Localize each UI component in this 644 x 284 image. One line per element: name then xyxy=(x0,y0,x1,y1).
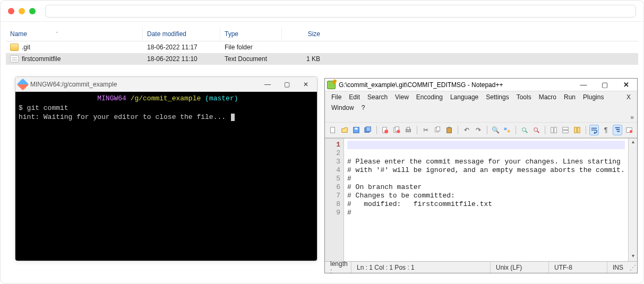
svg-line-21 xyxy=(537,131,539,133)
resize-grip-icon[interactable]: ⋰ xyxy=(629,264,637,271)
toolbar-overflow-icon[interactable]: » xyxy=(630,114,634,121)
terminal-title: MINGW64:/g/commit_example xyxy=(30,81,256,88)
status-length: length : xyxy=(325,262,351,273)
sync-h-icon[interactable] xyxy=(561,125,570,135)
svg-rect-13 xyxy=(436,127,440,131)
folder-as-workspace-icon[interactable] xyxy=(624,125,634,135)
column-type[interactable]: Type xyxy=(220,27,282,41)
mac-minimize-icon[interactable] xyxy=(19,8,25,14)
undo-icon[interactable]: ↶ xyxy=(462,125,471,135)
open-file-icon[interactable] xyxy=(340,125,349,135)
svg-point-9 xyxy=(397,130,400,133)
menu-edit[interactable]: Edit xyxy=(346,92,363,102)
menu-window[interactable]: Window xyxy=(328,103,357,113)
file-rows: .git18-06-2022 11:17File folderfirstcomm… xyxy=(6,41,638,65)
svg-point-20 xyxy=(534,128,538,132)
svg-line-19 xyxy=(526,131,528,133)
sync-scroll-icon[interactable] xyxy=(572,125,582,135)
npp-tab-close-icon[interactable]: X xyxy=(623,92,634,102)
column-date[interactable]: Date modified xyxy=(143,27,220,41)
zoom-out-icon[interactable] xyxy=(531,125,541,135)
menu-run[interactable]: Run xyxy=(561,92,579,102)
npp-maximize-button[interactable]: ▢ xyxy=(596,81,614,89)
svg-rect-4 xyxy=(366,127,371,132)
address-bar[interactable] xyxy=(45,5,636,18)
npp-title: G:\commit_example\.git\COMMIT_EDITMSG - … xyxy=(339,81,571,89)
file-type: File folder xyxy=(220,42,282,52)
svg-rect-16 xyxy=(504,128,506,130)
sync-v-icon[interactable] xyxy=(549,125,559,135)
scroll-up-icon[interactable]: ▴ xyxy=(632,139,634,147)
svg-rect-2 xyxy=(355,128,357,130)
svg-rect-17 xyxy=(508,130,510,132)
page-frame: Name ˄ Date modified Type Size .git18-06… xyxy=(0,0,644,284)
scroll-down-icon[interactable]: ▾ xyxy=(632,253,634,261)
menu-file[interactable]: File xyxy=(328,92,345,102)
menu-macro[interactable]: Macro xyxy=(536,92,560,102)
show-all-chars-icon[interactable]: ¶ xyxy=(601,125,611,135)
editor-area: 123456789 # Please enter the commit mess… xyxy=(325,138,637,261)
replace-icon[interactable] xyxy=(502,125,512,135)
column-date-label: Date modified xyxy=(147,30,186,38)
menu-search[interactable]: Search xyxy=(364,92,391,102)
column-size[interactable]: Size xyxy=(282,27,324,41)
terminal-maximize-button[interactable]: ▢ xyxy=(279,81,295,88)
sort-indicator-icon: ˄ xyxy=(56,31,58,37)
notepadpp-window: G:\commit_example\.git\COMMIT_EDITMSG - … xyxy=(324,78,638,273)
menu-encoding[interactable]: Encoding xyxy=(413,92,446,102)
mac-titlebar xyxy=(1,1,643,22)
save-icon[interactable] xyxy=(351,125,361,135)
svg-rect-27 xyxy=(577,127,579,133)
vertical-scrollbar[interactable]: ▴ ▾ xyxy=(628,139,637,261)
status-encoding: UTF-8 xyxy=(549,262,607,273)
code-editor[interactable]: # Please enter the commit message for yo… xyxy=(344,139,628,261)
terminal-close-button[interactable]: ✕ xyxy=(298,81,314,88)
svg-rect-24 xyxy=(562,127,568,130)
file-row[interactable]: .git18-06-2022 11:17File folder xyxy=(6,41,638,53)
redo-icon[interactable]: ↷ xyxy=(474,125,483,135)
menu-language[interactable]: Language xyxy=(447,92,482,102)
menu-view[interactable]: View xyxy=(392,92,412,102)
svg-rect-22 xyxy=(551,127,553,133)
npp-titlebar[interactable]: G:\commit_example\.git\COMMIT_EDITMSG - … xyxy=(325,79,637,91)
file-row[interactable]: firstcommitfile18-06-2022 11:10Text Docu… xyxy=(6,53,638,65)
git-bash-icon xyxy=(17,78,29,90)
menu-settings[interactable]: Settings xyxy=(483,92,512,102)
indent-guide-icon[interactable] xyxy=(613,125,622,135)
mac-close-icon[interactable] xyxy=(8,8,14,14)
paste-icon[interactable] xyxy=(444,125,454,135)
copy-icon[interactable] xyxy=(433,125,442,135)
menu-tools[interactable]: Tools xyxy=(513,92,535,102)
svg-rect-26 xyxy=(574,127,576,133)
mac-zoom-icon[interactable] xyxy=(29,8,36,14)
new-file-icon[interactable] xyxy=(328,125,338,135)
find-icon[interactable]: 🔍 xyxy=(491,125,500,135)
terminal-minimize-button[interactable]: — xyxy=(260,81,276,88)
svg-point-32 xyxy=(630,130,632,133)
close-file-icon[interactable] xyxy=(381,125,390,135)
npp-statusbar: length : Ln : 1 Col : 1 Pos : 1 Unix (LF… xyxy=(325,261,637,273)
npp-menubar: FileEditSearchViewEncodingLanguageSettin… xyxy=(325,91,637,114)
file-size xyxy=(282,46,324,48)
zoom-in-icon[interactable] xyxy=(520,125,529,135)
line-number-gutter: 123456789 xyxy=(325,139,344,261)
npp-minimize-button[interactable]: — xyxy=(574,81,593,89)
save-all-icon[interactable] xyxy=(363,125,373,135)
menu-plugins[interactable]: Plugins xyxy=(580,92,607,102)
prompt-path: /g/commit_example xyxy=(131,94,201,102)
cut-icon[interactable]: ✂ xyxy=(421,125,431,135)
menu-[interactable]: ? xyxy=(358,103,368,113)
file-size: 1 KB xyxy=(282,54,324,64)
wordwrap-icon[interactable] xyxy=(589,125,599,135)
print-icon[interactable] xyxy=(403,125,413,135)
terminal-body[interactable]: xxxxxxxxxxxxxxxxxxxMINGW64 /g/commit_exa… xyxy=(15,92,317,261)
terminal-cursor xyxy=(231,114,235,121)
close-all-icon[interactable] xyxy=(392,125,401,135)
svg-rect-11 xyxy=(407,127,410,130)
file-name: .git xyxy=(22,44,30,51)
terminal-titlebar[interactable]: MINGW64:/g/commit_example — ▢ ✕ xyxy=(15,77,317,92)
file-name: firstcommitfile xyxy=(22,55,61,63)
column-name[interactable]: Name ˄ xyxy=(6,27,143,41)
prompt-branch: (master) xyxy=(205,94,238,102)
npp-close-button[interactable]: ✕ xyxy=(617,81,635,89)
